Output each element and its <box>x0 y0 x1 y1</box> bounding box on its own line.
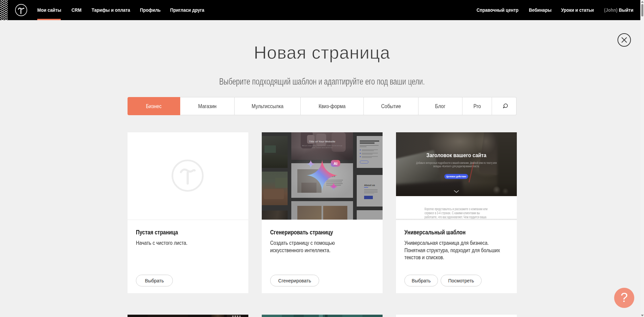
svg-text:AI: AI <box>334 162 338 166</box>
